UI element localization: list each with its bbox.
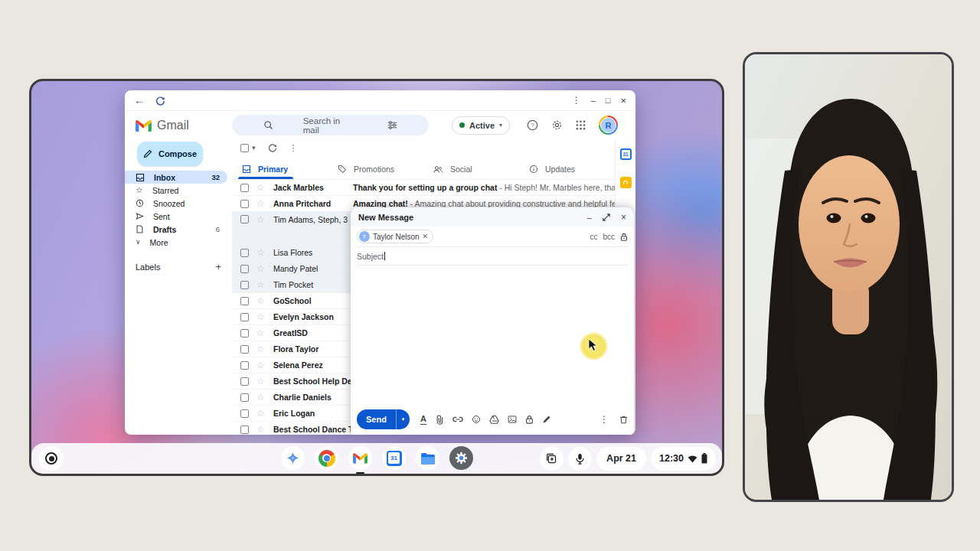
star-icon[interactable]: ☆ [256,360,268,370]
email-checkbox[interactable] [240,215,249,223]
battery-icon [701,453,707,464]
formatting-options-icon[interactable]: A [420,415,426,425]
email-checkbox[interactable] [240,249,249,257]
launcher-button[interactable] [39,446,64,471]
email-checkbox[interactable] [240,425,249,434]
sidebar-item-starred[interactable]: ☆ Starred [125,184,227,197]
sidebar-item-more[interactable]: ∨ More [125,236,227,249]
more-options-icon[interactable]: ⋮ [599,414,609,425]
calendar-app-icon[interactable]: 31 [382,446,406,470]
star-icon[interactable]: ☆ [256,425,268,434]
email-checkbox[interactable] [240,361,249,370]
email-checkbox[interactable] [240,377,249,386]
star-icon[interactable]: ☆ [256,328,268,337]
back-icon[interactable]: ← [134,95,145,106]
sidebar-item-snoozed[interactable]: Snoozed [125,197,227,210]
email-checkbox[interactable] [240,409,249,418]
email-checkbox[interactable] [240,297,249,305]
star-icon[interactable]: ☆ [256,264,268,273]
compose-button[interactable]: Compose [137,142,203,166]
tab-updates[interactable]: Updates [519,159,615,179]
star-icon[interactable]: ☆ [256,296,268,305]
files-app-icon[interactable] [416,446,439,470]
apps-grid-icon[interactable] [576,120,586,130]
drive-icon[interactable] [489,415,499,424]
email-checkbox[interactable] [240,329,249,337]
chrome-app-icon[interactable] [315,446,338,470]
confidential-mode-icon[interactable] [525,415,534,424]
create-label-icon[interactable]: + [215,261,221,272]
attach-file-icon[interactable] [435,415,444,425]
window-maximize-button[interactable]: □ [606,96,611,105]
select-all-checkbox[interactable] [240,144,249,152]
account-avatar[interactable]: R [599,116,618,135]
star-icon[interactable]: ☆ [256,215,268,224]
settings-gear-icon[interactable] [551,119,563,131]
signature-pen-icon[interactable] [542,415,551,424]
keep-panel-icon[interactable] [620,177,632,188]
browser-menu-icon[interactable]: ⋮ [572,95,581,106]
email-checkbox[interactable] [240,313,249,321]
star-icon[interactable]: ☆ [256,199,268,208]
email-checkbox[interactable] [240,265,249,273]
recipient-chip[interactable]: T Taylor Nelson ✕ [357,230,433,243]
tab-social[interactable]: Social [423,159,519,179]
email-checkbox[interactable] [240,184,249,192]
insert-photo-icon[interactable] [508,415,517,424]
star-icon[interactable]: ☆ [256,312,268,321]
send-options-icon[interactable]: ▾ [396,409,410,429]
sidebar-item-sent[interactable]: Sent [125,210,227,223]
search-filter-icon[interactable] [364,120,420,130]
select-caret-icon[interactable]: ▾ [252,144,256,152]
subject-field[interactable]: Subject [357,247,628,266]
compose-header[interactable]: New Message – × [351,207,634,227]
email-checkbox[interactable] [240,393,249,402]
date-display[interactable]: Apr 21 [596,447,646,471]
remove-recipient-icon[interactable]: ✕ [423,233,429,240]
star-icon[interactable]: ☆ [256,393,268,402]
emoji-icon[interactable] [472,415,481,424]
insert-link-icon[interactable] [452,415,463,424]
compose-close-icon[interactable]: × [621,212,626,223]
gmail-app-icon[interactable] [348,446,372,470]
calendar-panel-icon[interactable]: 31 [620,148,632,160]
compose-minimize-icon[interactable]: – [587,213,592,222]
microphone-icon[interactable] [568,447,592,471]
search-input[interactable]: Search in mail [303,116,358,135]
email-checkbox[interactable] [240,281,249,289]
refresh-list-icon[interactable] [268,143,277,152]
help-icon[interactable]: ? [527,119,538,131]
gmail-logo[interactable]: Gmail [136,119,226,132]
email-checkbox[interactable] [240,345,249,354]
email-sender: GreatISD [273,328,353,337]
assistant-sparkle-icon[interactable] [281,446,305,470]
settings-app-icon[interactable] [449,446,473,470]
star-icon[interactable]: ☆ [256,248,268,257]
recipients-row[interactable]: T Taylor Nelson ✕ cc bcc [357,227,628,247]
send-button[interactable]: Send ▾ [357,409,410,429]
status-tray[interactable]: 12:30 [651,447,716,471]
window-minimize-button[interactable]: – [591,96,596,105]
cc-button[interactable]: cc [590,233,597,241]
email-checkbox[interactable] [240,200,249,208]
star-icon[interactable]: ☆ [256,409,268,418]
list-more-icon[interactable]: ⋮ [289,143,298,153]
discard-draft-icon[interactable] [619,415,628,424]
sidebar-item-inbox[interactable]: Inbox 32 [125,171,227,184]
sidebar-item-label: Inbox [154,173,202,182]
search-bar[interactable]: Search in mail [232,115,429,135]
star-icon[interactable]: ☆ [256,183,268,192]
star-icon[interactable]: ☆ [256,280,268,289]
star-icon[interactable]: ☆ [256,344,268,354]
compose-popout-icon[interactable] [603,214,610,221]
refresh-icon[interactable] [155,96,165,106]
tab-primary[interactable]: Primary [232,159,328,179]
status-chip[interactable]: Active ▾ [452,116,510,135]
email-row[interactable]: ☆ Jack Marbles Thank you for setting up … [232,180,615,196]
window-close-button[interactable]: × [620,95,626,106]
sidebar-item-drafts[interactable]: Drafts 6 [125,223,227,236]
tab-promotions[interactable]: Promotions [328,159,423,179]
star-icon[interactable]: ☆ [256,377,268,386]
bcc-button[interactable]: bcc [603,233,615,241]
screen-capture-icon[interactable] [540,447,564,471]
